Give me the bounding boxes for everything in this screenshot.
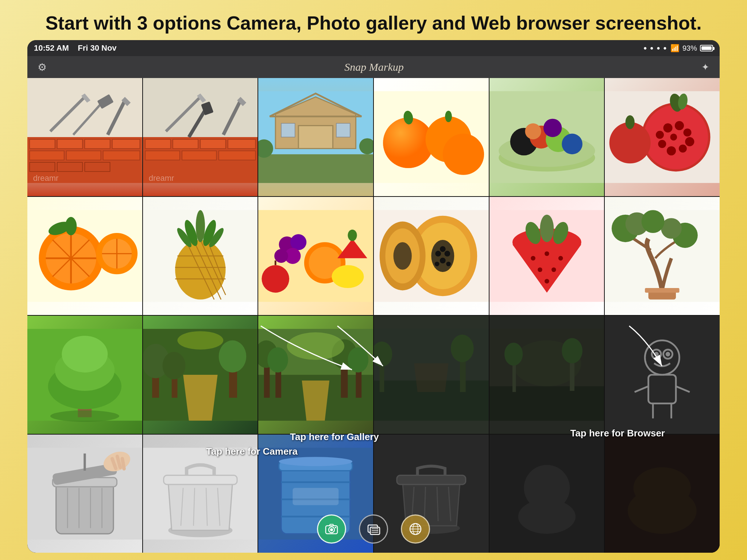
svg-marker-164: [302, 381, 330, 421]
photo-cell-4[interactable]: [374, 78, 489, 196]
svg-point-243: [330, 528, 333, 531]
photo-cell-7[interactable]: [27, 197, 142, 315]
photo-cell-3[interactable]: [258, 78, 373, 196]
svg-point-131: [558, 256, 563, 261]
svg-rect-38: [281, 123, 295, 137]
battery-text: 93%: [682, 44, 697, 52]
svg-point-158: [218, 341, 246, 373]
svg-text:dreamr: dreamr: [148, 174, 174, 183]
svg-point-122: [446, 262, 451, 267]
svg-point-193: [666, 352, 670, 357]
photo-cell-2[interactable]: dreamr: [143, 78, 258, 196]
photo-cell-10[interactable]: [374, 197, 489, 315]
photo-cell-17[interactable]: [489, 316, 604, 434]
svg-rect-214: [163, 475, 237, 485]
photo-cell-9[interactable]: [258, 197, 373, 315]
svg-rect-37: [298, 126, 333, 149]
svg-point-68: [656, 131, 664, 139]
browser-button[interactable]: [401, 514, 430, 544]
photo-cell-6[interactable]: [605, 78, 720, 196]
svg-point-62: [675, 121, 684, 130]
svg-point-168: [268, 347, 289, 372]
svg-point-57: [525, 123, 541, 139]
svg-point-222: [279, 457, 352, 466]
photo-cell-8[interactable]: [143, 197, 258, 315]
svg-rect-7: [103, 151, 140, 160]
photo-cell-1[interactable]: dreamr: [27, 78, 142, 196]
svg-point-73: [626, 115, 635, 129]
svg-point-55: [562, 134, 582, 155]
svg-rect-145: [645, 288, 679, 293]
signal-dots: ● ● ● ●: [643, 45, 667, 51]
settings-icon[interactable]: ⚙: [38, 61, 47, 73]
photo-cell-13[interactable]: [27, 316, 142, 434]
svg-marker-154: [183, 375, 217, 421]
svg-point-119: [445, 251, 450, 257]
svg-point-66: [667, 146, 676, 155]
svg-point-105: [274, 249, 288, 263]
svg-point-134: [545, 279, 549, 284]
svg-point-185: [504, 343, 523, 366]
svg-point-244: [335, 527, 336, 528]
svg-point-179: [451, 335, 474, 362]
camera-button[interactable]: [317, 514, 346, 544]
svg-rect-6: [66, 151, 101, 160]
store-icon[interactable]: ✦: [701, 62, 709, 73]
device-frame: 10:52 AM Fri 30 Nov ● ● ● ● 📶 93% ⚙ Snap…: [27, 40, 720, 553]
svg-rect-24: [182, 151, 216, 160]
svg-line-30: [189, 108, 206, 137]
photo-cell-24[interactable]: [605, 435, 720, 553]
svg-rect-182: [489, 386, 604, 420]
svg-point-172: [348, 347, 369, 372]
svg-point-143: [642, 210, 665, 233]
svg-rect-8: [30, 162, 55, 171]
svg-line-28: [223, 100, 240, 135]
photo-cell-20[interactable]: [143, 435, 258, 553]
svg-point-151: [50, 411, 119, 422]
svg-point-61: [663, 123, 673, 132]
svg-point-121: [435, 262, 440, 267]
photo-cell-23[interactable]: [489, 435, 604, 553]
photo-cell-5[interactable]: [489, 78, 604, 196]
photo-cell-18[interactable]: [605, 316, 720, 434]
svg-point-88: [175, 240, 225, 300]
app-title: Snap Markup: [344, 61, 403, 73]
photo-cell-15[interactable]: [258, 316, 373, 434]
svg-point-111: [262, 265, 290, 293]
svg-point-97: [196, 210, 205, 242]
svg-text:dreamr: dreamr: [33, 174, 59, 183]
svg-rect-2: [57, 139, 82, 148]
status-right: ● ● ● ● 📶 93%: [643, 44, 713, 52]
svg-marker-180: [414, 363, 448, 392]
svg-rect-1: [30, 139, 55, 148]
svg-point-130: [545, 251, 549, 256]
photo-cell-19[interactable]: [27, 435, 142, 553]
svg-point-117: [440, 246, 446, 252]
svg-rect-246: [370, 527, 380, 534]
svg-point-109: [348, 230, 357, 241]
svg-point-46: [443, 134, 484, 175]
wifi-icon: 📶: [670, 44, 680, 52]
photo-cell-12[interactable]: [605, 197, 720, 315]
gallery-button[interactable]: [359, 514, 388, 544]
battery-icon: [700, 45, 713, 51]
photo-cell-14[interactable]: [143, 316, 258, 434]
svg-rect-22: [228, 139, 256, 148]
svg-rect-3: [85, 139, 110, 148]
svg-point-160: [162, 352, 185, 380]
svg-point-64: [685, 137, 694, 146]
svg-point-187: [562, 338, 582, 363]
svg-rect-9: [57, 162, 82, 171]
svg-rect-23: [145, 151, 179, 160]
svg-point-236: [524, 465, 570, 511]
svg-point-120: [440, 258, 446, 264]
photo-cell-11[interactable]: [489, 197, 604, 315]
svg-point-133: [551, 267, 556, 272]
svg-point-67: [658, 140, 666, 148]
svg-point-56: [543, 119, 562, 137]
photo-cell-16[interactable]: [374, 316, 489, 434]
status-bar: 10:52 AM Fri 30 Nov ● ● ● ● 📶 93%: [27, 40, 720, 56]
svg-rect-34: [258, 154, 373, 183]
svg-point-125: [393, 242, 411, 270]
photo-grid: dreamr dreamr: [27, 78, 720, 553]
